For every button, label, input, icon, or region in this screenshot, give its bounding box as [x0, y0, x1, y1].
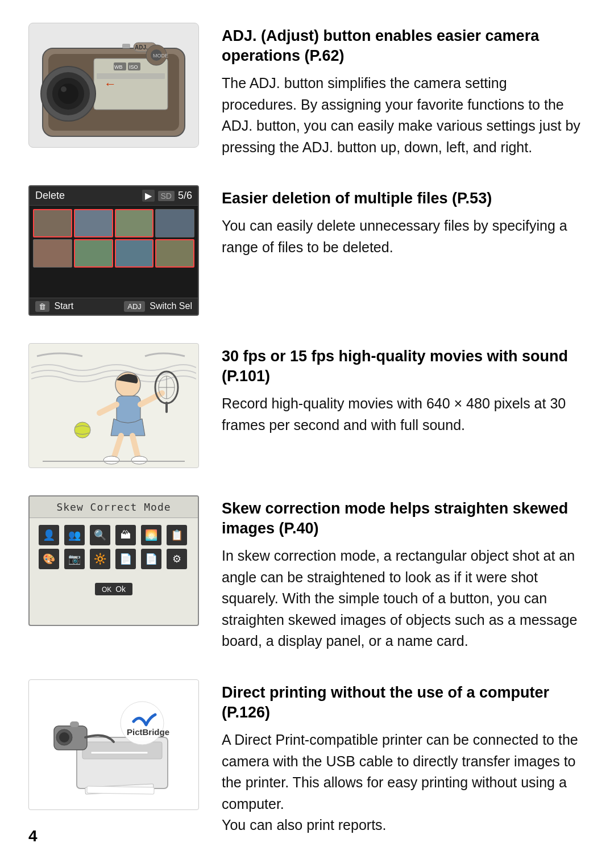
thumbnail-6 [74, 239, 113, 268]
adj-footer-icon: ADJ [124, 301, 145, 312]
text-col-deletion: Easier deletion of multiple files (P.53)… [222, 185, 586, 258]
skew-body: In skew correction mode, a rectangular o… [222, 545, 586, 652]
svg-text:ISO: ISO [129, 64, 138, 70]
text-col-skew: Skew correction mode helps straighten sk… [222, 495, 586, 652]
skew-footer: OK Ok [30, 578, 198, 596]
skew-icon-11: 📄 [141, 549, 161, 569]
page-number: 4 [28, 827, 38, 845]
delete-header: Delete ▶ SD 5/6 [30, 186, 198, 206]
skew-icon-9: 🔆 [90, 549, 110, 569]
footer-start-label: Start [54, 301, 73, 311]
thumbnail-8 [155, 239, 194, 268]
deletion-title: Easier deletion of multiple files (P.53) [222, 189, 586, 208]
svg-point-34 [74, 422, 90, 438]
delete-header-right: 5/6 [178, 190, 192, 202]
svg-text:←: ← [104, 77, 117, 91]
skew-icon-7: 🎨 [39, 549, 59, 569]
svg-rect-22 [117, 396, 140, 424]
svg-text:WB: WB [114, 64, 123, 70]
svg-point-11 [58, 84, 78, 104]
thumbnail-3 [115, 209, 154, 237]
image-col-adj: WB ISO ADJ. MODE [28, 23, 222, 148]
image-col-deletion: Delete ▶ SD 5/6 🗑 Star [28, 185, 222, 316]
deletion-body: You can easily delete unnecessary files … [222, 215, 586, 258]
svg-rect-45 [70, 721, 79, 727]
thumbnail-4 [155, 209, 194, 237]
image-col-pictbridge: PictBridge [28, 679, 222, 810]
skew-icon-8: 📷 [64, 549, 85, 569]
image-col-movies [28, 343, 222, 468]
pictbridge-title: Direct printing without the use of a com… [222, 683, 586, 723]
delete-screen-image: Delete ▶ SD 5/6 🗑 Star [28, 185, 199, 316]
image-col-skew: Skew Correct Mode 👤 👥 🔍 🏔 🌅 📋 🎨 📷 🔆 📄 📄 … [28, 495, 222, 626]
start-icon: 🗑 [35, 301, 49, 312]
svg-rect-39 [91, 752, 148, 754]
svg-text:MODE: MODE [153, 53, 168, 59]
thumbnail-1 [33, 209, 72, 237]
skew-screen-image: Skew Correct Mode 👤 👥 🔍 🏔 🌅 📋 🎨 📷 🔆 📄 📄 … [28, 495, 199, 626]
skew-icon-12: ⚙ [167, 549, 187, 569]
delete-thumbnails [30, 206, 198, 271]
skew-icons-grid: 👤 👥 🔍 🏔 🌅 📋 🎨 📷 🔆 📄 📄 ⚙ [30, 518, 198, 576]
skew-screen-title: Skew Correct Mode [30, 496, 198, 518]
section-deletion: Delete ▶ SD 5/6 🗑 Star [28, 185, 586, 316]
section-skew: Skew Correct Mode 👤 👥 🔍 🏔 🌅 📋 🎨 📷 🔆 📄 📄 … [28, 495, 586, 652]
svg-point-33 [131, 456, 147, 464]
skew-icon-4: 🏔 [115, 525, 136, 545]
svg-text:ADJ.: ADJ. [135, 44, 148, 51]
svg-rect-18 [122, 44, 130, 48]
pictbridge-image: PictBridge [28, 679, 199, 810]
skew-icon-2: 👥 [64, 525, 85, 545]
delete-header-left: Delete [35, 190, 65, 202]
text-col-adj: ADJ. (Adjust) button enables easier came… [222, 23, 586, 158]
adj-title: ADJ. (Adjust) button enables easier came… [222, 26, 586, 66]
skew-ok-label: Ok [115, 585, 126, 594]
svg-rect-41 [87, 786, 154, 794]
camera-image: WB ISO ADJ. MODE [28, 23, 199, 148]
skew-icon-5: 🌅 [141, 525, 161, 545]
svg-text:PictBridge: PictBridge [127, 727, 169, 737]
thumbnail-5 [33, 239, 72, 268]
svg-point-46 [121, 702, 164, 745]
thumbnail-2 [74, 209, 113, 237]
section-movies: 30 fps or 15 fps high-quality movies wit… [28, 343, 586, 468]
svg-point-44 [59, 732, 69, 742]
skew-icon-3: 🔍 [90, 525, 110, 545]
svg-point-12 [61, 86, 67, 92]
skew-icon-6: 📋 [167, 525, 187, 545]
text-col-pictbridge: Direct printing without the use of a com… [222, 679, 586, 836]
delete-footer: 🗑 Start ADJ Switch Sel [30, 298, 198, 315]
text-col-movies: 30 fps or 15 fps high-quality movies wit… [222, 343, 586, 436]
section-adj-button: WB ISO ADJ. MODE [28, 23, 586, 158]
adj-body: The ADJ. button simplifies the camera se… [222, 73, 586, 158]
skew-icon-1: 👤 [39, 525, 59, 545]
pictbridge-body: A Direct Print-compatible printer can be… [222, 729, 586, 836]
thumbnail-7 [115, 239, 154, 268]
skew-ok-button: OK Ok [95, 583, 132, 595]
movies-image [28, 343, 199, 468]
skew-icon-10: 📄 [115, 549, 136, 569]
movies-title: 30 fps or 15 fps high-quality movies wit… [222, 347, 586, 386]
footer-switch-label: Switch Sel [150, 301, 192, 311]
section-pictbridge: PictBridge Direct printing without the u… [28, 679, 586, 836]
skew-title: Skew correction mode helps straighten sk… [222, 499, 586, 539]
movies-body: Record high-quality movies with 640 × 48… [222, 393, 586, 436]
svg-rect-38 [82, 742, 162, 759]
svg-point-32 [103, 456, 119, 464]
